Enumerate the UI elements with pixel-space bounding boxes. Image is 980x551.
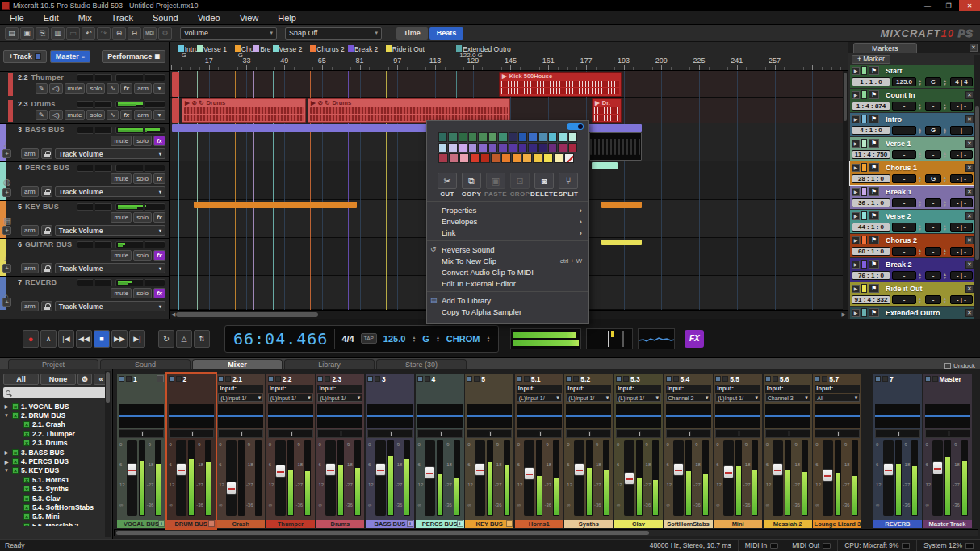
strip-pan-slider[interactable]: [616, 429, 661, 438]
color-swatch[interactable]: [558, 132, 567, 142]
context-item-mix-to-new-clip[interactable]: Mix To New Clipctrl + W: [427, 255, 588, 266]
strip-name-tag[interactable]: Thumper: [266, 520, 315, 528]
key-stepper[interactable]: ▲▼: [943, 126, 949, 135]
arm-button[interactable]: arm: [21, 186, 39, 197]
marker-position[interactable]: 91 : 4 : 332: [852, 295, 890, 304]
arm-button[interactable]: arm: [134, 83, 152, 94]
marker-timesig[interactable]: - | -: [950, 102, 973, 111]
color-swatch[interactable]: [522, 153, 532, 163]
track-volume-dropdown[interactable]: Track Volume▾: [55, 186, 165, 197]
strip-pan-slider[interactable]: [417, 429, 463, 438]
tree-checkbox[interactable]: ×: [23, 440, 30, 446]
fader-thumb[interactable]: [723, 465, 734, 478]
fader-thumb[interactable]: [425, 466, 435, 479]
strip-eq-display[interactable]: [815, 404, 860, 428]
mixer-strip-bass-bus[interactable]: 30612∞-9-18-27-36BASS BUS+: [366, 374, 414, 528]
marker-position[interactable]: 4 : 1 : 0: [852, 126, 890, 135]
lock-icon[interactable]: [41, 301, 52, 311]
marker-timesig[interactable]: - | -: [950, 150, 973, 159]
strip-name-tag[interactable]: KEY BUS−: [465, 520, 513, 528]
marker-tempo[interactable]: -: [892, 295, 916, 304]
fader-thumb[interactable]: [932, 461, 943, 474]
marker-tempo[interactable]: -: [892, 271, 916, 280]
collapse-chevron-icon[interactable]: ▾: [153, 110, 165, 120]
tree-checkbox[interactable]: ×: [23, 504, 30, 511]
mute-button[interactable]: mute: [111, 173, 132, 184]
mute-button[interactable]: mute: [111, 136, 132, 146]
marker-timesig[interactable]: - | -: [950, 126, 973, 135]
marker-expand-button[interactable]: ▶: [852, 212, 860, 220]
color-swatch[interactable]: [459, 153, 469, 163]
tree-checkbox[interactable]: ×: [12, 403, 19, 410]
mixer-strip-clav[interactable]: 5.3Input:(L)Input 1/▾0612∞-9-18-27-36Cla…: [614, 374, 663, 528]
strip-name-tag[interactable]: Master Track: [923, 520, 972, 528]
marker-item-start[interactable]: ▶⚑Start1 : 1 : 0125.0▲▼C▲▼4 | 4: [850, 65, 975, 88]
strip-eq-display[interactable]: [317, 404, 362, 428]
add-subtrack-button[interactable]: +: [2, 298, 11, 307]
mixer-strip-key-bus[interactable]: 50612∞-9-18-27-36KEY BUS−: [465, 374, 513, 528]
marker-color-chip[interactable]: [861, 284, 867, 293]
tree-item-5-4-softhornstabs[interactable]: ×5.4. SoftHornStabs: [0, 503, 112, 511]
marker-delete-icon[interactable]: ✕: [965, 285, 974, 293]
tempo-value[interactable]: 125.0: [383, 334, 406, 344]
tab-library[interactable]: Library: [284, 359, 375, 369]
color-none-swatch[interactable]: [564, 153, 574, 163]
marker-delete-icon[interactable]: ✕: [965, 188, 974, 196]
input-select[interactable]: Channel 2▾: [666, 394, 711, 402]
track-row-thumper[interactable]: 2.2Thumper✎◁)mutesolo∿fxarm▾: [0, 71, 169, 98]
mute-button[interactable]: mute: [111, 250, 132, 261]
strip-collapse-button[interactable]: +: [158, 520, 165, 527]
marker-delete-icon[interactable]: ✕: [965, 261, 974, 269]
minimize-button[interactable]: —: [917, 0, 938, 11]
mixer-strip-reverb[interactable]: 70612∞-9-18-27-36REVERB: [873, 374, 922, 528]
strip-eq-display[interactable]: [417, 404, 463, 428]
import-icon[interactable]: ⎘: [36, 27, 49, 40]
fader-thumb[interactable]: [624, 472, 634, 485]
undo-icon[interactable]: ↶: [82, 27, 95, 40]
marker-expand-button[interactable]: ▶: [852, 309, 860, 317]
track-volume-slider[interactable]: [115, 279, 165, 286]
strip-pan-slider[interactable]: [119, 429, 164, 438]
marker-item-ride-it-out[interactable]: ▶⚑Ride it Out✕91 : 4 : 332-▲▼-▲▼- | -: [850, 282, 975, 306]
add-subtrack-button[interactable]: +: [2, 149, 11, 158]
strip-fader[interactable]: [226, 440, 237, 516]
automation-type-dropdown[interactable]: Volume▾: [180, 27, 277, 40]
context-item-reverse-sound[interactable]: ↺Reverse Sound: [427, 244, 588, 255]
marker-expand-button[interactable]: ▶: [852, 236, 860, 244]
timeline-marker-chorus-2[interactable]: Chorus 2: [310, 45, 345, 52]
marker-position[interactable]: 1 : 4 : 874: [852, 102, 890, 111]
clip-kick-500house[interactable]: ▶Kick 500House: [499, 72, 622, 97]
input-select[interactable]: (L)Input 1/▾: [566, 394, 611, 402]
strip-pan-slider[interactable]: [367, 429, 413, 438]
color-swatch[interactable]: [438, 153, 448, 163]
marker-expand-button[interactable]: ▶: [852, 140, 860, 148]
tempo-stepper[interactable]: ▲▼: [918, 77, 923, 86]
strip-fader[interactable]: [375, 440, 386, 516]
strip-pan-slider[interactable]: [467, 429, 512, 438]
color-swatch[interactable]: [543, 153, 553, 163]
context-item-copy-to-alpha-sampler[interactable]: Copy To Alpha Sampler: [427, 306, 588, 317]
marker-key[interactable]: G: [925, 174, 941, 183]
tempo-stepper[interactable]: ▲▼: [918, 247, 923, 256]
color-swatch[interactable]: [448, 132, 457, 142]
strip-eq-display[interactable]: [666, 404, 711, 428]
collapse-chevron-icon[interactable]: ▾: [153, 83, 165, 94]
color-swatch[interactable]: [438, 143, 447, 152]
zoom-in-icon[interactable]: ⊕: [112, 27, 126, 40]
strip-name-tag[interactable]: Synths: [564, 520, 613, 528]
tempo-stepper[interactable]: ▲▼: [918, 198, 923, 207]
tree-item-5-2-synths[interactable]: ×5.2. Synths: [0, 485, 112, 494]
marker-color-chip[interactable]: [861, 211, 867, 220]
key-stepper[interactable]: ▲▼: [943, 150, 949, 159]
save-icon[interactable]: ▥: [51, 27, 65, 40]
fader-thumb[interactable]: [883, 463, 894, 476]
mute-button[interactable]: mute: [111, 288, 132, 298]
midi-icon[interactable]: MIDI: [143, 27, 157, 40]
key-stepper[interactable]: ▲▼: [943, 174, 949, 183]
marker-delete-icon[interactable]: ✕: [965, 164, 974, 172]
menu-mix[interactable]: Mix: [69, 13, 102, 23]
fx-button[interactable]: fx: [120, 110, 132, 120]
marker-key[interactable]: C: [925, 77, 941, 86]
beats-mode-button[interactable]: Beats: [429, 27, 464, 40]
marker-position[interactable]: 60 : 1 : 0: [852, 247, 890, 256]
